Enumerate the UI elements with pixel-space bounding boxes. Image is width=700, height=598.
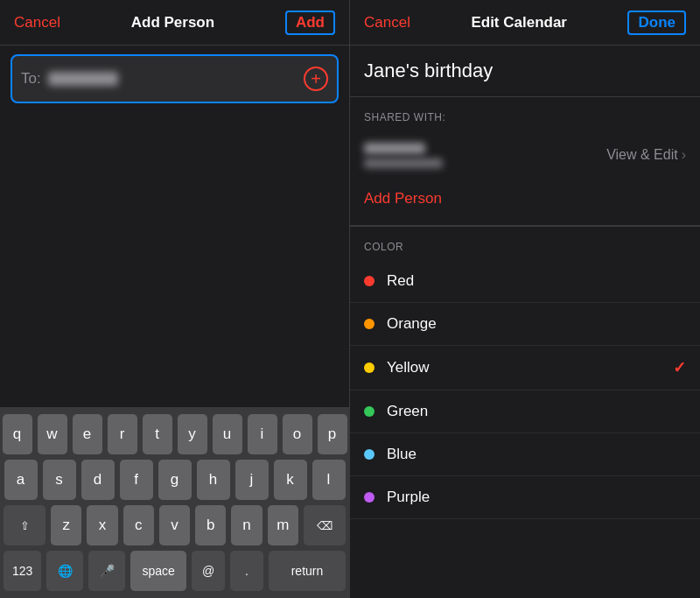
add-button[interactable]: Add — [285, 11, 335, 35]
key-j[interactable]: j — [235, 460, 269, 500]
backspace-key[interactable]: ⌫ — [304, 505, 346, 545]
key-123[interactable]: 123 — [4, 551, 41, 591]
view-edit-label: View & Edit — [606, 147, 678, 163]
chevron-right-icon: › — [682, 147, 686, 163]
add-person-panel: Cancel Add Person Add To: + q w e r t y … — [0, 0, 350, 598]
key-e[interactable]: e — [73, 414, 102, 454]
key-z[interactable]: z — [51, 505, 81, 545]
edit-calendar-panel: Cancel Edit Calendar Done Jane's birthda… — [350, 0, 700, 598]
key-g[interactable]: g — [158, 460, 192, 500]
to-field[interactable]: To: + — [10, 54, 339, 103]
keyboard-bottom-row: 123 🌐 🎤 space @ . return — [4, 551, 346, 591]
color-section-label: COLOR — [350, 227, 700, 260]
blue-dot-icon — [364, 449, 374, 460]
key-i[interactable]: i — [248, 414, 277, 454]
green-dot-icon — [364, 406, 374, 417]
keyboard-row-3: ⇧ z x c v b n m ⌫ — [4, 505, 346, 545]
key-l[interactable]: l — [312, 460, 346, 500]
view-edit-row[interactable]: View & Edit › — [606, 147, 686, 163]
add-recipient-button[interactable]: + — [304, 67, 328, 91]
key-n[interactable]: n — [231, 505, 262, 545]
color-row-yellow[interactable]: Yellow ✓ — [350, 346, 700, 390]
to-input-area[interactable] — [48, 72, 304, 86]
keyboard: q w e r t y u i o p a s d f g h j k l ⇧ … — [0, 407, 349, 598]
key-globe[interactable]: 🌐 — [46, 551, 83, 591]
key-at[interactable]: @ — [192, 551, 225, 591]
red-dot-icon — [364, 276, 374, 286]
key-dot[interactable]: . — [230, 551, 263, 591]
keyboard-row-1: q w e r t y u i o p — [4, 414, 346, 454]
right-title: Edit Calendar — [471, 14, 567, 32]
color-row-red[interactable]: Red — [350, 260, 700, 303]
color-label-yellow: Yellow — [387, 359, 673, 376]
key-space[interactable]: space — [130, 551, 186, 591]
shared-person-row[interactable]: View & Edit › — [350, 130, 700, 179]
orange-dot-icon — [364, 319, 374, 329]
color-row-orange[interactable]: Orange — [350, 303, 700, 346]
add-person-label[interactable]: Add Person — [364, 190, 442, 207]
selected-checkmark-icon: ✓ — [673, 358, 686, 377]
left-title: Add Person — [131, 14, 214, 32]
key-y[interactable]: y — [178, 414, 207, 454]
shared-person-info — [364, 143, 606, 168]
to-label: To: — [21, 70, 41, 88]
key-o[interactable]: o — [283, 414, 312, 454]
key-w[interactable]: w — [38, 414, 67, 454]
key-a[interactable]: a — [4, 460, 38, 500]
right-header: Cancel Edit Calendar Done — [350, 0, 700, 46]
key-s[interactable]: s — [43, 460, 76, 500]
shared-with-section: SHARED WITH: View & Edit › Add Person — [350, 97, 700, 226]
color-label-green: Green — [387, 403, 686, 420]
color-row-green[interactable]: Green — [350, 390, 700, 433]
color-row-purple[interactable]: Purple — [350, 476, 700, 519]
color-section: COLOR Red Orange Yellow ✓ Green Blue Pur… — [350, 226, 700, 519]
done-button[interactable]: Done — [627, 11, 686, 35]
key-x[interactable]: x — [87, 505, 117, 545]
purple-dot-icon — [364, 492, 374, 503]
key-f[interactable]: f — [120, 460, 153, 500]
key-r[interactable]: r — [108, 414, 137, 454]
key-b[interactable]: b — [195, 505, 226, 545]
key-k[interactable]: k — [274, 460, 307, 500]
left-header: Cancel Add Person Add — [0, 0, 349, 46]
key-d[interactable]: d — [81, 460, 115, 500]
color-label-purple: Purple — [387, 489, 686, 506]
calendar-name-section: Jane's birthday — [350, 46, 700, 97]
color-label-orange: Orange — [387, 315, 686, 333]
shared-person-email-blurred — [364, 158, 443, 168]
key-v[interactable]: v — [159, 505, 190, 545]
key-u[interactable]: u — [213, 414, 242, 454]
color-row-blue[interactable]: Blue — [350, 433, 700, 476]
key-t[interactable]: t — [143, 414, 172, 454]
key-c[interactable]: c — [123, 505, 154, 545]
shared-person-name-blurred — [364, 143, 425, 154]
left-cancel-button[interactable]: Cancel — [14, 14, 60, 32]
shared-with-label: SHARED WITH: — [350, 97, 700, 130]
key-q[interactable]: q — [3, 414, 32, 454]
key-p[interactable]: p — [318, 414, 347, 454]
shift-key[interactable]: ⇧ — [4, 505, 46, 545]
color-label-blue: Blue — [387, 446, 686, 463]
key-m[interactable]: m — [268, 505, 298, 545]
yellow-dot-icon — [364, 362, 374, 373]
key-mic[interactable]: 🎤 — [88, 551, 125, 591]
key-return[interactable]: return — [269, 551, 346, 591]
recipient-text-blurred — [48, 72, 118, 86]
right-cancel-button[interactable]: Cancel — [364, 14, 410, 32]
color-label-red: Red — [387, 272, 686, 290]
key-h[interactable]: h — [197, 460, 230, 500]
keyboard-row-2: a s d f g h j k l — [4, 460, 346, 500]
add-person-row[interactable]: Add Person — [350, 179, 700, 218]
calendar-name[interactable]: Jane's birthday — [364, 60, 686, 82]
